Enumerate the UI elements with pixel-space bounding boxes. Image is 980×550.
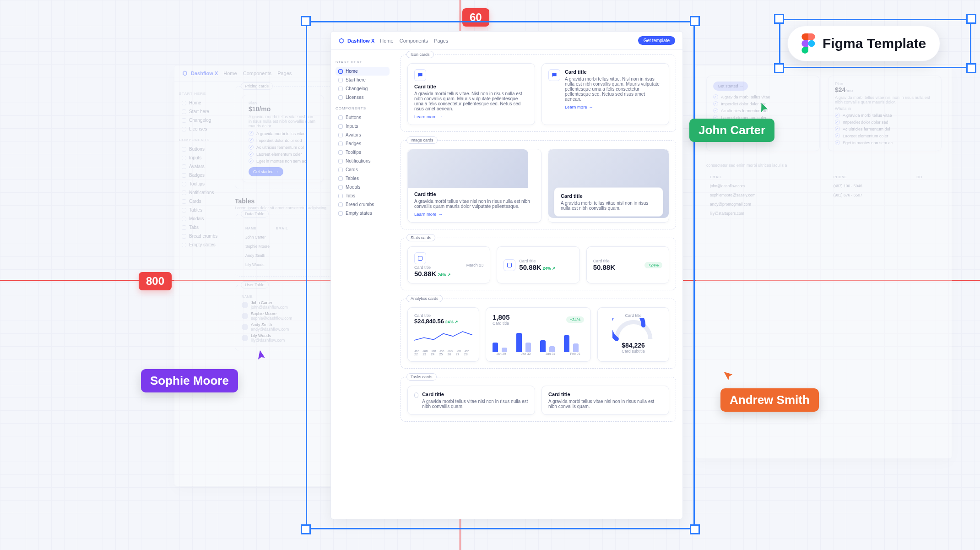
side-item-tabs[interactable]: Tabs (336, 191, 390, 200)
chip-analytics: Analytics cards (406, 295, 443, 302)
bullet-icon (182, 199, 186, 204)
plan-cta[interactable]: Get started → (249, 167, 283, 176)
side-item-starthere[interactable]: Start here (179, 107, 224, 116)
nav-pages[interactable]: Pages (277, 71, 292, 76)
side-item-avatars[interactable]: Avatars (336, 131, 390, 139)
card-body: A gravida morbi tellus vitae nisl non in… (561, 201, 656, 211)
side-item-licenses[interactable]: Licenses (336, 93, 390, 102)
side-item-home[interactable]: Home (179, 98, 224, 107)
selection-handle-tl[interactable] (301, 16, 311, 26)
learn-more-link[interactable]: Learn more → (565, 104, 593, 109)
side-item-buttons[interactable]: Buttons (336, 113, 390, 122)
stat-card-3[interactable]: Card title 50.88K +24% (586, 246, 669, 283)
nav-pages[interactable]: Pages (434, 38, 448, 44)
selection-handle-bl[interactable] (301, 524, 311, 534)
checkbox-icon[interactable] (414, 392, 418, 398)
bullet-icon (182, 147, 186, 152)
analytics-value: 1,805 (493, 313, 510, 321)
side-item-tabs[interactable]: Tabs (179, 223, 224, 232)
analytics-title: Card title (414, 313, 472, 318)
side-item-modals[interactable]: Modals (179, 214, 224, 223)
side-item-tables[interactable]: Tables (179, 206, 224, 214)
check-icon: ✓ (713, 94, 718, 99)
image-card-2[interactable]: Card title A gravida morbi tellus vitae … (548, 149, 669, 223)
data-table[interactable]: NAMEEMAIL John CarterSophie MooreAndy Sm… (242, 223, 292, 270)
changelog-icon (338, 87, 343, 91)
analytics-gauge-card[interactable]: Card title $84,226 Card subtitle (597, 307, 669, 362)
side-item-bread-crumbs[interactable]: Bread crumbs (179, 232, 224, 240)
side-item-inputs[interactable]: Inputs (336, 122, 390, 131)
plan-feature: ✓A gravida morbi tellus vitae (249, 131, 317, 136)
table-row[interactable]: john@dashflow.com(487) 190 - 5046 (707, 182, 941, 190)
card-title: Card title (422, 392, 528, 397)
task-card-2[interactable]: Card title A gravida morbi tellus vitae … (541, 386, 669, 415)
group-analytics-cards: Analytics cards Card title $24,840.56 24… (401, 299, 676, 369)
side-item-badges[interactable]: Badges (336, 139, 390, 148)
fb-handle-br[interactable] (966, 63, 976, 73)
table-row[interactable]: Andy Smith (243, 251, 291, 260)
analytics-line-card[interactable]: Card title $24,840.56 24% ↗ Jan 22Jan 23… (407, 307, 479, 362)
stat-card-1[interactable]: Card title 50.88K 24% ↗ March 23 (407, 246, 490, 283)
table-row[interactable]: Sophie Moore (243, 242, 291, 250)
selection-handle-br[interactable] (690, 524, 700, 534)
nav-components[interactable]: Components (400, 38, 428, 44)
side-item-notifications[interactable]: Notifications (179, 188, 224, 197)
side-item-cards[interactable]: Cards (336, 165, 390, 174)
plan-feature: ✓Eget in montes non sem ac (835, 140, 935, 145)
icon-card-2[interactable]: Card title A gravida morbi tellus vitae.… (541, 63, 669, 125)
bullet-icon (182, 225, 186, 230)
stat-icon (414, 252, 426, 264)
analytics-badge: +24% (566, 316, 584, 323)
artboard-center[interactable]: Dashflow X Home Components Pages Get tem… (330, 31, 683, 519)
x-tick: Jan 25 (439, 349, 447, 356)
task-card-1[interactable]: Card title A gravida morbi tellus vitae … (407, 386, 535, 415)
selection-handle-tr[interactable] (690, 16, 700, 26)
svg-rect-1 (508, 263, 512, 267)
x-tick: Feb 01 (570, 352, 580, 355)
side-item-avatars[interactable]: Avatars (179, 162, 224, 171)
nav-home[interactable]: Home (380, 38, 393, 44)
table-row[interactable]: Lily Woods (243, 261, 291, 269)
side-item-modals[interactable]: Modals (336, 183, 390, 191)
brand-logo: Dashflow X (338, 38, 374, 44)
icon-card-1[interactable]: Card title A gravida morbi tellus vitae.… (407, 63, 535, 125)
side-item-tooltips[interactable]: Tooltips (179, 180, 224, 188)
figma-badge[interactable]: Figma Template (787, 26, 940, 61)
x-tick: Jan 26 (448, 349, 456, 356)
table-row[interactable]: John Carter (243, 233, 291, 241)
side-item-buttons[interactable]: Buttons (179, 145, 224, 153)
x-tick: Jan 27 (456, 349, 464, 356)
side-item-inputs[interactable]: Inputs (179, 153, 224, 162)
plan-feature: ✓A gravida morbi tellus vitae (713, 94, 813, 99)
side-item-empty-states[interactable]: Empty states (179, 240, 224, 249)
nav-home[interactable]: Home (223, 71, 237, 76)
side-item-empty-states[interactable]: Empty states (336, 209, 390, 218)
learn-more-link[interactable]: Learn more → (414, 114, 443, 119)
side-item-badges[interactable]: Badges (179, 171, 224, 180)
analytics-bar-card[interactable]: 1,805 Card title +24% Jan 29Jan 30Jan 31… (486, 307, 591, 362)
people-table[interactable]: EMAIL PHONE CO john@dashflow.com(487) 19… (706, 172, 942, 218)
side-item-changelog[interactable]: Changelog (179, 116, 224, 125)
fb-handle-tr[interactable] (966, 14, 976, 24)
nav-components[interactable]: Components (243, 71, 271, 76)
side-item-bread-crumbs[interactable]: Bread crumbs (336, 200, 390, 209)
image-card-1[interactable]: Card title A gravida morbi tellus vitae … (407, 149, 541, 223)
fb-handle-bl[interactable] (774, 63, 784, 73)
learn-more-link[interactable]: Learn more → (414, 212, 443, 217)
side-item-starthere[interactable]: Start here (336, 76, 390, 84)
side-item-home[interactable]: Home (336, 67, 390, 76)
side-item-tooltips[interactable]: Tooltips (336, 148, 390, 157)
side-item-notifications[interactable]: Notifications (336, 157, 390, 165)
side-item-licenses[interactable]: Licenses (179, 125, 224, 133)
fb-handle-tl[interactable] (774, 14, 784, 24)
get-template-button[interactable]: Get template (638, 36, 675, 45)
plan-cta-alt[interactable]: Get started → (713, 82, 748, 91)
table-row[interactable]: sophiemoore@saasly.com(901) 676 - 6507 (707, 191, 941, 199)
table-row[interactable]: andy@promogmail.com (707, 200, 941, 208)
side-item-cards[interactable]: Cards (179, 197, 224, 206)
analytics-value: $24,840.56 (414, 318, 444, 325)
side-item-tables[interactable]: Tables (336, 174, 390, 183)
side-item-changelog[interactable]: Changelog (336, 84, 390, 93)
stat-card-2[interactable]: Card title 50.88K 24% ↗ (497, 246, 579, 283)
table-row[interactable]: lily@startupers.com (707, 209, 941, 218)
